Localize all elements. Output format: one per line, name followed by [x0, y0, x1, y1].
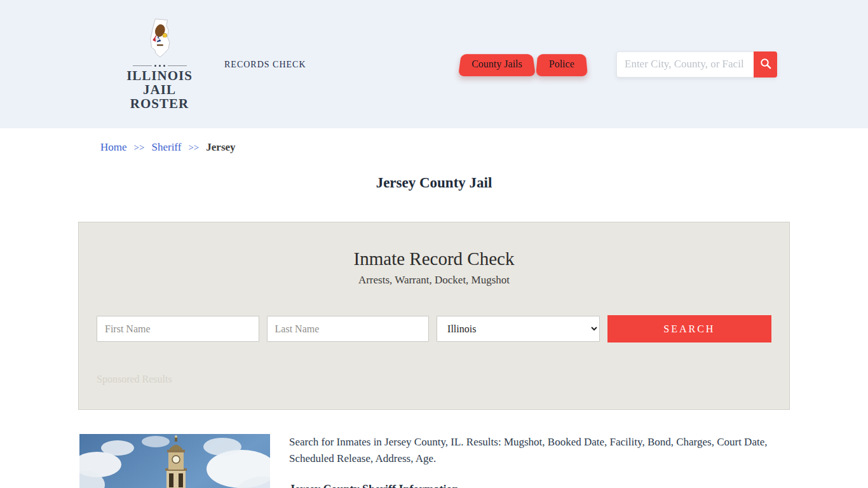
courthouse-photo	[79, 434, 270, 488]
logo-divider	[118, 65, 201, 67]
content-section: Search for Inmates in Jersey County, IL.…	[78, 434, 790, 488]
inmate-check-subtitle: Arrests, Warrant, Docket, Mugshot	[97, 274, 771, 287]
page-title: Jersey County Jail	[0, 175, 868, 191]
breadcrumb-sheriff-link[interactable]: Sheriff	[151, 141, 181, 154]
breadcrumb-home-link[interactable]: Home	[100, 141, 127, 154]
inmate-search-form: Illinois SEARCH	[97, 316, 771, 342]
sponsored-results-label: Sponsored Results	[97, 374, 771, 385]
header-search-button[interactable]	[754, 51, 777, 78]
breadcrumb: Home >> Sheriff >> Jersey	[78, 141, 790, 154]
logo-title-line1: ILLINOIS	[118, 69, 201, 83]
first-name-input[interactable]	[97, 316, 259, 342]
header-search	[616, 51, 777, 78]
county-intro-text: Search for Inmates in Jersey County, IL.…	[289, 434, 790, 466]
nav-county-jails-label: County Jails	[471, 58, 522, 70]
last-name-input[interactable]	[267, 316, 430, 342]
inmate-check-title: Inmate Record Check	[97, 248, 771, 269]
illinois-state-seal-icon	[118, 18, 201, 64]
header-search-input[interactable]	[616, 51, 754, 78]
nav-county-jails-button[interactable]: County Jails	[458, 52, 536, 76]
nav-police-button[interactable]: Police	[536, 52, 588, 76]
inmate-record-check-panel: Inmate Record Check Arrests, Warrant, Do…	[78, 222, 790, 410]
logo-title-line2: JAIL ROSTER	[118, 83, 201, 111]
site-logo[interactable]: ILLINOIS JAIL ROSTER	[118, 18, 201, 111]
nav-police-label: Police	[549, 58, 574, 70]
records-check-label: RECORDS CHECK	[224, 60, 306, 70]
breadcrumb-separator: >>	[134, 142, 145, 153]
inmate-search-button[interactable]: SEARCH	[607, 315, 771, 342]
breadcrumb-separator: >>	[188, 142, 199, 153]
state-select[interactable]: Illinois	[437, 316, 600, 342]
header-nav: County Jails Police	[458, 52, 588, 76]
site-header: ILLINOIS JAIL ROSTER RECORDS CHECK Count…	[0, 0, 868, 128]
breadcrumb-current: Jersey	[206, 141, 235, 154]
sheriff-info-heading: Jersey County Sheriff Information	[289, 483, 790, 488]
search-icon	[759, 57, 772, 72]
